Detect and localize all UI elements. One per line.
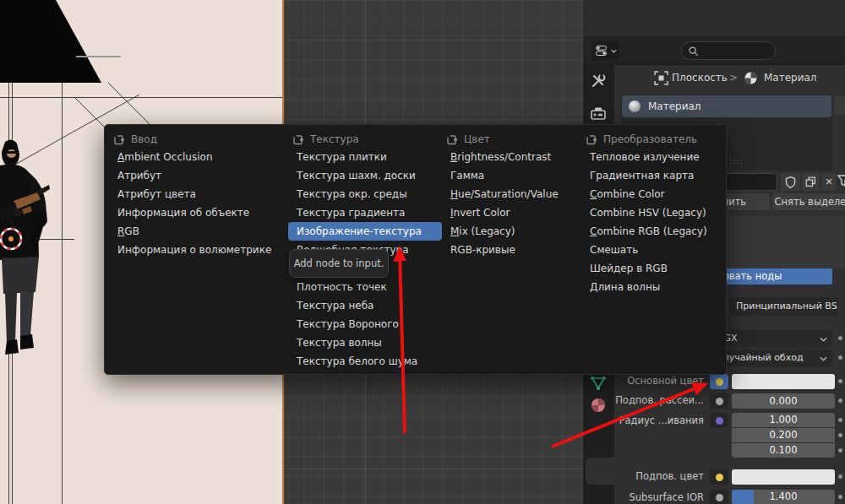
black-triangle-object[interactable] [0,0,101,83]
editor-type-button[interactable] [592,41,619,60]
menu-item[interactable]: Шейдер в RGB [581,259,723,278]
socket-dot-gray [716,398,723,405]
menu-item[interactable]: Атрибут цвета [109,185,288,203]
menu-item[interactable]: Смешать [581,241,723,259]
menu-item[interactable]: Текстура плитки [288,148,442,166]
label-subsurface: Подпов. рассеи... [614,394,704,406]
breadcrumb-material[interactable]: Материал [764,72,817,84]
menu-item[interactable]: Combine RGB (Legacy) [581,222,723,241]
decorator-dot[interactable] [838,379,842,383]
decorator-dot[interactable] [838,398,842,403]
tab-tool[interactable] [589,71,609,91]
shader-dropdown[interactable]: Принципиальный BS... [729,297,838,316]
menu-column-title: Текстура [310,133,359,145]
menu-item[interactable]: Combine Color [581,185,723,203]
menu-item[interactable]: Mix (Legacy) [442,222,577,241]
search-icon [688,46,699,57]
decorator-dot[interactable] [838,495,842,499]
unlink-button[interactable]: ✕ [821,173,837,191]
decorator-dot[interactable] [838,418,842,422]
base-color-socket[interactable] [710,374,728,389]
tab-object-data[interactable] [589,375,609,395]
subsurface-color-swatch[interactable] [732,469,835,485]
socket-dot-purple [716,417,723,425]
subsurface-color-socket[interactable] [710,469,728,485]
menu-item[interactable]: RGB [109,222,288,241]
label-base-color: Основной цвет [614,375,704,387]
fake-user-button[interactable] [781,173,800,191]
decorator-dot[interactable] [838,474,842,479]
slot-list-side-button[interactable] [835,96,845,115]
properties-top-strip [583,0,845,37]
menu-item[interactable]: Гамма [442,166,577,185]
search-input[interactable] [681,41,776,60]
subsurface-method-dropdown[interactable]: Случайный обход [710,350,832,366]
label-subsurface-color: Подпов. цвет [614,470,704,482]
menu-item[interactable]: Градиентная карта [581,166,723,185]
resize-grip[interactable]: :::: [729,157,743,165]
filter-funnel-icon[interactable] [837,175,845,188]
properties-editor-icon [596,46,609,56]
object-data-icon [589,375,608,392]
distribution-dropdown[interactable]: GGX [710,330,832,347]
tool-icon [589,71,608,89]
properties-header [583,37,845,65]
menu-item[interactable]: RGB-кривые [442,241,577,259]
material-sphere-icon [744,71,758,85]
node-icon [292,134,303,145]
menu-item[interactable]: Текстура белого шума [288,352,442,371]
decorator-dot[interactable] [838,448,842,453]
menu-item[interactable]: Hue/Saturation/Value [442,185,577,203]
tab-material[interactable] [589,396,609,416]
decorator-dot[interactable] [838,355,842,360]
menu-item[interactable]: Combine HSV (Legacy) [581,203,723,222]
menu-item[interactable]: Текстура окр. среды [288,185,442,203]
render-icon [589,105,608,123]
label-radius: Радиус ...ивания [614,415,704,426]
grid-major-line-h [284,469,583,469]
subsurface-ior-slider[interactable]: 1.400 [732,490,835,504]
menu-item[interactable]: Изображение-текстура [288,222,442,241]
menu-item[interactable]: Информация о волюметрике [109,241,288,259]
menu-column-converter: Преобразователь Тепловое излучениеГрадие… [581,125,723,374]
radius-value-0[interactable]: 1.000 [732,413,835,427]
menu-item[interactable]: Ambient Occlusion [109,148,288,166]
shader-dropdown-value: Принципиальный BS... [736,301,838,312]
socket-dot-yellow [716,474,723,481]
menu-column-header: Преобразователь [586,132,697,147]
tab-render[interactable] [589,105,609,125]
menu-item[interactable]: Информация об объекте [109,203,288,222]
menu-item[interactable]: Текстура волны [288,333,442,352]
close-icon: ✕ [825,176,832,187]
copy-button[interactable] [802,173,820,191]
subsurface-ior-socket[interactable] [710,490,728,504]
menu-item[interactable]: Текстура градиента [288,203,442,222]
subsurface-value[interactable]: 0.000 [732,393,835,409]
radius-value-1[interactable]: 0.200 [732,428,835,442]
menu-item[interactable]: Тепловое излучение [581,148,723,166]
deselect-button[interactable]: Снять выделение [772,193,845,210]
breadcrumb: Плоскость > Материал [614,68,845,89]
character-model[interactable] [0,139,50,355]
menu-item[interactable]: Invert Color [442,203,577,222]
menu-item[interactable]: Текстура неба [288,296,442,315]
material-icon [589,396,608,415]
decorator-dot[interactable] [838,336,842,340]
material-slot-name: Материал [648,100,701,112]
breadcrumb-object[interactable]: Плоскость [672,72,728,84]
subsurface-socket[interactable] [710,393,728,409]
menu-item[interactable]: Brightness/Contrast [442,148,577,166]
menu-item[interactable]: Плотность точек [288,278,442,296]
material-slot-selected[interactable]: Материал [622,95,831,117]
menu-item[interactable]: Длина волны [581,278,723,296]
menu-item[interactable]: Атрибут [109,166,288,185]
menu-item[interactable]: Текстура шахм. доски [288,166,442,185]
menu-item[interactable]: Текстура Вороного [288,315,442,333]
copy-icon [805,176,816,187]
radius-value-2[interactable]: 0.100 [732,443,835,458]
object-icon [654,71,668,85]
base-color-swatch[interactable] [732,374,835,389]
chevron-right-icon: > [729,72,738,84]
radius-socket[interactable] [710,413,728,428]
decorator-dot[interactable] [838,433,842,437]
